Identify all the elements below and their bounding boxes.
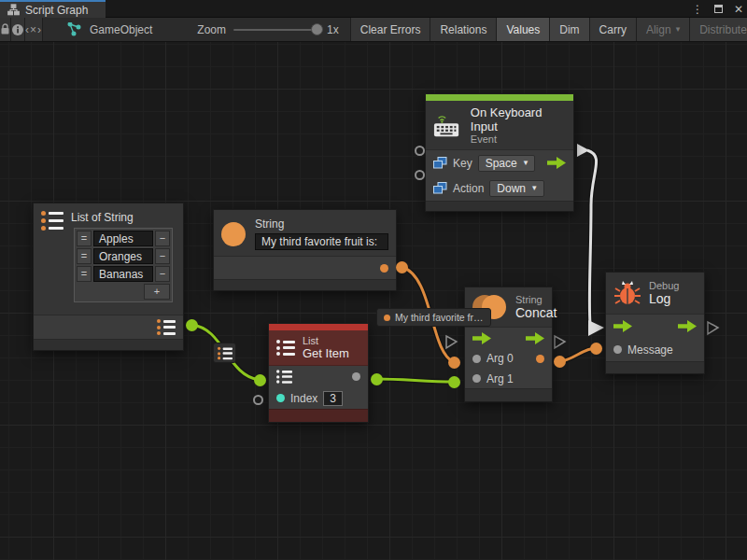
drag-handle[interactable]: = [77, 231, 92, 246]
action-dropdown[interactable]: Down ▾ [489, 180, 543, 197]
remove-item-button[interactable]: − [155, 248, 170, 264]
node-subtitle: Event [471, 133, 566, 145]
arg1-label: Arg 1 [486, 372, 514, 385]
port-concat-flow-in[interactable] [446, 336, 457, 348]
wire-getitem-to-concat-arg1[interactable] [376, 379, 454, 382]
port-keyboard-key-input[interactable] [415, 146, 425, 156]
wire-keyboard-to-log-flow[interactable] [587, 150, 597, 324]
distribute-dropdown[interactable]: Distribute ▾ [690, 18, 747, 41]
flow-in-arrow-icon [472, 332, 491, 344]
dim-toggle[interactable]: Dim [550, 18, 589, 41]
port-keyboard-action-input[interactable] [415, 170, 425, 180]
node-title: Log [649, 291, 679, 306]
node-get-item[interactable]: List Get Item Index 3 [268, 323, 369, 423]
port-concat-flow-out[interactable] [555, 336, 565, 348]
tab-title: Script Graph [25, 4, 88, 17]
graph-toolbar: ‹×› GameObject Zoom 1x Clear Errors Rela… [0, 18, 747, 42]
context-label[interactable]: GameObject [90, 23, 152, 36]
node-on-keyboard-input[interactable]: On Keyboard Input Event Key Space ▾ [425, 93, 574, 212]
string-dot-icon [384, 315, 390, 321]
list-icon [41, 211, 63, 231]
arg1-input-dot [472, 374, 481, 383]
list-item-field[interactable]: Oranges [93, 248, 153, 264]
port-string-output[interactable] [396, 261, 408, 273]
list-item-row: = Oranges − [77, 248, 170, 264]
code-icon: ‹×› [25, 23, 42, 36]
edit-source-button[interactable]: ‹×› [25, 18, 43, 41]
values-toggle[interactable]: Values [497, 18, 550, 41]
port-log-message-input[interactable] [590, 343, 602, 355]
graph-hierarchy-icon [7, 4, 20, 16]
node-title: On Keyboard Input [471, 105, 566, 133]
caret-down-icon: ▾ [676, 25, 681, 34]
message-input-dot [613, 345, 622, 354]
graph-canvas[interactable]: On Keyboard Input Event Key Space ▾ [0, 42, 747, 560]
bug-icon [613, 279, 641, 307]
key-label: Key [453, 157, 472, 170]
input-binding-icon [433, 182, 447, 194]
caret-down-icon: ▾ [524, 159, 529, 167]
action-label: Action [453, 182, 484, 195]
string-icon [221, 222, 246, 246]
port-list-output[interactable] [186, 319, 198, 331]
tab-bar: Script Graph ⋮ ✕ [0, 0, 747, 18]
clear-errors-button[interactable]: Clear Errors [351, 18, 431, 41]
zoom-label: Zoom [197, 23, 226, 36]
drag-handle[interactable]: = [77, 248, 92, 264]
list-item-row: = Bananas − [77, 266, 170, 282]
port-getitem-index-input[interactable] [253, 395, 263, 405]
lock-button[interactable] [0, 18, 11, 41]
list-icon [276, 340, 295, 356]
port-keyboard-flow-out[interactable] [577, 144, 589, 157]
event-accent-strip [426, 94, 573, 101]
string-value-preview: My third favorite fr… [376, 308, 491, 327]
align-dropdown[interactable]: Align ▾ [637, 18, 690, 41]
item-output-dot [352, 372, 360, 381]
node-title: String [255, 217, 388, 231]
carry-toggle[interactable]: Carry [590, 18, 637, 41]
caret-down-icon: ▾ [532, 184, 537, 192]
port-concat-arg1-input[interactable] [448, 376, 460, 388]
port-concat-result-output[interactable] [554, 356, 566, 368]
key-dropdown[interactable]: Space ▾ [478, 155, 536, 172]
tab-script-graph[interactable]: Script Graph [0, 0, 106, 18]
arg0-label: Arg 0 [486, 352, 514, 365]
list-item-field[interactable]: Apples [93, 231, 153, 246]
gameobject-icon [67, 22, 82, 36]
list-item-field[interactable]: Bananas [93, 266, 153, 282]
index-field[interactable]: 3 [323, 391, 343, 406]
add-item-button[interactable]: + [144, 284, 170, 300]
port-log-flow-out[interactable] [708, 322, 718, 334]
window-close-icon[interactable]: ✕ [734, 4, 743, 15]
node-list-of-string[interactable]: List of String = Apples − = Oranges − = [33, 203, 184, 351]
node-concat[interactable]: String Concat Arg 0 [464, 287, 553, 402]
list-value-preview [213, 343, 236, 363]
list-item-row: = Apples − [77, 231, 170, 246]
zoom-value: 1x [327, 23, 339, 36]
port-concat-arg0-input[interactable] [448, 357, 460, 369]
flow-out-arrow-icon [547, 157, 566, 169]
list-inline-editor: = Apples − = Oranges − = Bananas − [74, 228, 173, 302]
zoom-slider[interactable] [233, 29, 319, 31]
flow-in-arrow-icon [613, 320, 632, 332]
node-title: Get Item [303, 346, 349, 360]
window-maximize-icon[interactable] [714, 5, 723, 13]
remove-item-button[interactable]: − [155, 231, 170, 246]
inspect-button[interactable] [11, 18, 25, 41]
port-getitem-output[interactable] [371, 373, 383, 385]
window-menu-icon[interactable]: ⋮ [692, 4, 703, 15]
remove-item-button[interactable]: − [155, 266, 170, 282]
port-log-flow-in[interactable] [588, 320, 604, 336]
node-log[interactable]: Debug Log Message [605, 272, 705, 374]
flow-out-arrow-icon [678, 320, 697, 332]
result-output-dot [536, 355, 544, 363]
list-icon [218, 346, 233, 359]
string-value-field[interactable]: My third favorite fruit is: [255, 233, 388, 250]
node-string-literal[interactable]: String My third favorite fruit is: [213, 209, 397, 291]
zoom-slider-knob[interactable] [311, 23, 323, 35]
port-getitem-list-input[interactable] [254, 374, 266, 386]
lock-icon [0, 23, 10, 35]
drag-handle[interactable]: = [77, 266, 92, 282]
relations-button[interactable]: Relations [430, 18, 497, 41]
index-label: Index [290, 392, 317, 405]
